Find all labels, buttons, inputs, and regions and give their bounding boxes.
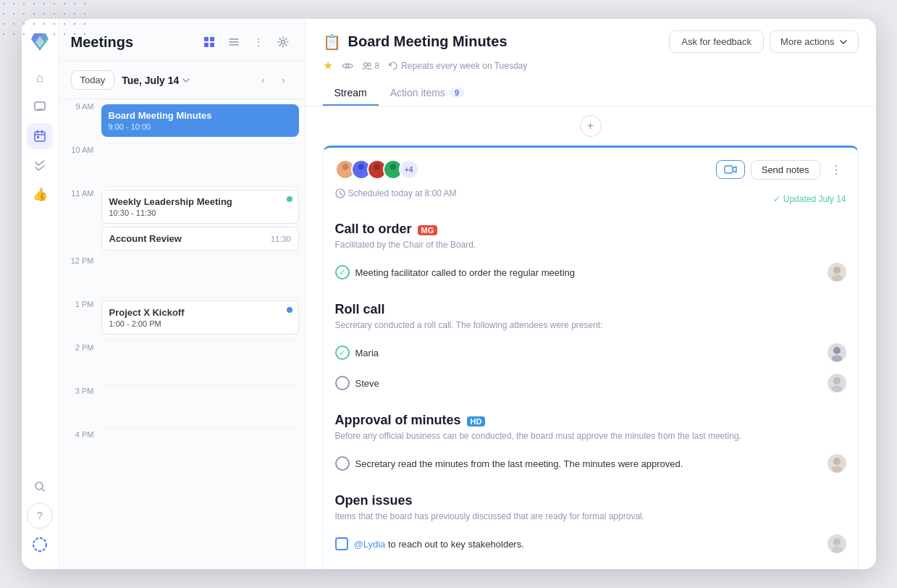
- check-square-icon[interactable]: [335, 537, 348, 550]
- event-weekly-leadership[interactable]: Weekly Leadership Meeting 10:30 - 11:30: [101, 190, 299, 224]
- svg-point-20: [388, 172, 398, 178]
- checklist-text: Steve: [355, 378, 379, 389]
- time-row-9am: 9 AM Board Meeting Minutes 9:00 - 10:00: [59, 99, 305, 143]
- checklist-text: Maria: [355, 348, 379, 358]
- list-view-toggle[interactable]: [224, 32, 244, 52]
- meeting-title: Board Meeting Minutes: [348, 33, 508, 50]
- main-header: 📋 Board Meeting Minutes Ask for feedback…: [306, 19, 876, 106]
- svg-point-31: [833, 538, 841, 545]
- svg-rect-1: [35, 132, 45, 141]
- main-content: 📋 Board Meeting Minutes Ask for feedback…: [306, 19, 876, 569]
- nav-search[interactable]: [27, 474, 53, 500]
- section-header-roll-call: Roll call: [335, 302, 846, 319]
- today-button[interactable]: Today: [71, 70, 115, 90]
- checklist-left: ✓ Maria: [335, 345, 820, 360]
- time-row-4pm: 4 PM: [59, 427, 305, 471]
- tab-stream[interactable]: Stream: [323, 81, 379, 106]
- checklist-left: Secretary read the minutes from the last…: [335, 456, 820, 471]
- attendees-meta: 8: [362, 61, 380, 71]
- check-empty-icon[interactable]: [335, 456, 350, 471]
- svg-point-12: [368, 63, 371, 66]
- avatars-row: +4: [335, 159, 419, 180]
- section-subtitle: Facilitated by the Chair of the Board.: [335, 240, 846, 250]
- time-label-10am: 10 AM: [65, 143, 101, 154]
- svg-point-10: [346, 64, 349, 67]
- event-time: 9:00 - 10:00: [109, 122, 282, 131]
- next-date-button[interactable]: ›: [274, 71, 293, 90]
- ask-feedback-button[interactable]: Ask for feedback: [669, 30, 764, 53]
- tab-action-items[interactable]: Action items 9: [379, 81, 476, 106]
- time-label-4pm: 4 PM: [65, 427, 101, 439]
- svg-point-4: [33, 538, 46, 551]
- event-board-meeting[interactable]: Board Meeting Minutes 9:00 - 10:00: [101, 104, 299, 137]
- check-done-icon[interactable]: ✓: [335, 265, 350, 280]
- nav-home[interactable]: ⌂: [27, 65, 53, 91]
- svg-rect-5: [204, 37, 209, 41]
- meeting-title-row: 📋 Board Meeting Minutes: [323, 33, 508, 51]
- svg-point-15: [358, 164, 364, 170]
- section-title: Open issues: [335, 493, 413, 508]
- checklist-avatar: [827, 343, 846, 362]
- nav-help[interactable]: ?: [27, 503, 53, 529]
- nav-chat[interactable]: [27, 94, 53, 120]
- sidebar: Meetings ⋮: [59, 19, 306, 569]
- svg-point-32: [832, 547, 842, 553]
- sidebar-title: Meetings: [71, 34, 134, 51]
- event-project-kickoff[interactable]: Project X Kickoff 1:00 - 2:00 PM: [101, 301, 299, 335]
- section-open-issues: Open issues Items that the board has pre…: [335, 493, 846, 559]
- section-title: Roll call: [335, 302, 385, 317]
- time-slots-3pm: [101, 384, 299, 427]
- section-title: Call to order: [335, 222, 412, 237]
- section-roll-call: Roll call Secretary conducted a roll cal…: [335, 302, 846, 398]
- checklist-item-maria: ✓ Maria: [335, 337, 846, 368]
- svg-rect-2: [37, 136, 39, 138]
- svg-point-24: [832, 275, 842, 282]
- card-more-button[interactable]: ⋮: [826, 159, 846, 180]
- time-label-3pm: 3 PM: [65, 384, 101, 395]
- checklist-item: ✓ Meeting facilitator called to order th…: [335, 257, 846, 287]
- nav-calendar[interactable]: [27, 123, 53, 149]
- nav-tasks[interactable]: [27, 152, 53, 178]
- sidebar-more-icon[interactable]: ⋮: [248, 32, 269, 52]
- checklist-left: @Lydia to reach out to key stakeholders.: [335, 537, 820, 550]
- section-header-open-issues: Open issues: [335, 493, 846, 510]
- svg-point-25: [833, 347, 841, 354]
- svg-point-14: [340, 172, 350, 178]
- sidebar-settings-icon[interactable]: [273, 32, 293, 52]
- star-meta[interactable]: ★: [323, 59, 333, 72]
- more-actions-button[interactable]: More actions: [770, 30, 858, 53]
- add-section-button[interactable]: +: [580, 115, 602, 137]
- calendar-view-toggle[interactable]: [199, 32, 219, 52]
- calendar-body: 9 AM Board Meeting Minutes 9:00 - 10:00 …: [59, 99, 305, 569]
- prev-date-button[interactable]: ‹: [254, 71, 273, 90]
- user-badge-hd: HD: [467, 416, 486, 427]
- send-notes-button[interactable]: Send notes: [751, 160, 820, 180]
- mention-lydia[interactable]: @Lydia: [354, 539, 386, 550]
- time-slots-12pm: [101, 253, 299, 297]
- app-logo[interactable]: [28, 30, 51, 54]
- section-subtitle: Items that the board has previously disc…: [335, 511, 846, 521]
- section-subtitle: Before any official business can be cond…: [335, 431, 846, 441]
- video-call-button[interactable]: [716, 160, 745, 179]
- event-dot-blue: [287, 307, 292, 313]
- event-title: Board Meeting Minutes: [109, 110, 282, 121]
- check-done-icon[interactable]: ✓: [335, 345, 350, 360]
- svg-point-23: [833, 266, 841, 274]
- svg-point-16: [356, 172, 366, 178]
- checklist-text: @Lydia to reach out to key stakeholders.: [354, 539, 524, 550]
- updated-text: ✓ Updated July 14: [773, 194, 846, 204]
- check-empty-icon[interactable]: [335, 376, 350, 390]
- svg-point-26: [832, 356, 842, 362]
- tabs-row: Stream Action items 9: [323, 81, 859, 106]
- date-label: Tue, July 14: [122, 75, 190, 86]
- time-row-12pm: 12 PM: [59, 253, 305, 297]
- checklist-avatar: [827, 374, 846, 392]
- svg-point-19: [389, 164, 396, 170]
- repeat-meta: Repeats every week on Tuesday: [388, 61, 527, 71]
- event-account-review[interactable]: Account Review 11:30: [101, 227, 299, 251]
- event-title: Project X Kickoff: [109, 307, 291, 318]
- time-slots-4pm: [101, 427, 299, 471]
- checklist-item-steve: Steve: [335, 368, 846, 398]
- add-section-row: +: [323, 106, 859, 146]
- nav-thumbs[interactable]: 👍: [27, 181, 53, 207]
